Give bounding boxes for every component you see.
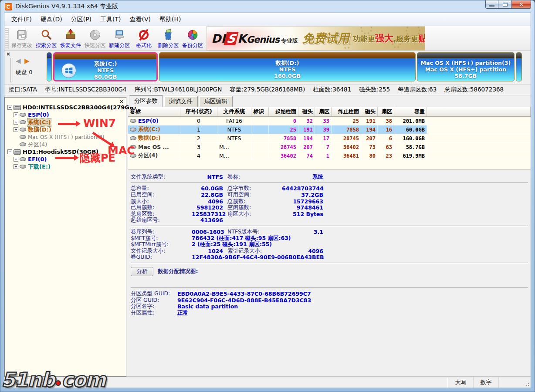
- detail-value: 15729663: [282, 198, 323, 205]
- col-start-sector[interactable]: 扇区: [315, 107, 332, 116]
- partition-icon: [130, 119, 136, 123]
- new-partition-button[interactable]: 新建分区: [107, 26, 132, 51]
- expand-icon[interactable]: −: [7, 149, 12, 154]
- maximize-button[interactable]: [498, 0, 511, 9]
- partition-icon: [20, 120, 26, 124]
- search-partition-button[interactable]: 搜索分区: [34, 26, 58, 51]
- tree-item-hd0[interactable]: − HD0:INTELSSDSC2BB300G4(279GB): [7, 104, 125, 111]
- cell: FAT16: [217, 117, 251, 125]
- cell: 194: [361, 125, 378, 134]
- format-button[interactable]: 格式化: [132, 26, 156, 51]
- save-changes-button[interactable]: 保存更改: [10, 26, 34, 51]
- cell: [251, 125, 269, 134]
- col-index-status[interactable]: 序号(状态): [180, 107, 217, 116]
- resize-grip[interactable]: [523, 377, 531, 388]
- expand-icon[interactable]: +: [14, 164, 18, 169]
- table-row-data[interactable]: 数据(D:) 2 NTFS 7858 194 17 28745 207 6 16…: [128, 134, 531, 143]
- col-start-head[interactable]: 磁头: [298, 107, 315, 116]
- disk-icon: [14, 149, 21, 155]
- expand-icon[interactable]: +: [14, 157, 18, 162]
- cell: 17: [315, 134, 332, 142]
- cell: 25: [332, 117, 361, 125]
- partition-bar: 系统(C:) NTFS 60.0GB 数据(D:) NTFS 160.0GB: [47, 52, 522, 81]
- expand-icon[interactable]: +: [14, 127, 18, 132]
- table-row-system-selected[interactable]: 系统(C:) 1 NTFS 25 191 39 7858 194 16 60.0…: [128, 125, 531, 134]
- partition-4[interactable]: [516, 52, 522, 81]
- prev-disk-icon[interactable]: ◀: [16, 57, 22, 65]
- disc-icon: [89, 29, 101, 41]
- expand-icon[interactable]: −: [7, 105, 12, 110]
- partition-icon: [20, 157, 26, 161]
- col-capacity[interactable]: 容量: [394, 107, 427, 116]
- col-end-sector[interactable]: 扇区: [378, 107, 394, 116]
- expand-icon[interactable]: +: [14, 120, 18, 125]
- cell: 207: [361, 134, 378, 142]
- partition-caption: Mac OS X (HFS+) partition(3) Mac OS X (H…: [417, 60, 514, 79]
- partition-esp[interactable]: [47, 52, 52, 81]
- menu-disk[interactable]: 硬盘(D): [36, 14, 67, 25]
- promo-banner[interactable]: DISKGenius专业版 免费试用 功能更强大,服务更贴心: [207, 26, 425, 51]
- table-empty-space: [128, 160, 531, 170]
- cell: 74: [298, 152, 315, 160]
- title-bar[interactable]: DiskGenius V4.9.1.334 x64 专业版 ✕: [0, 0, 535, 13]
- cell-filler: [427, 125, 531, 134]
- banner-promo-text: 免费试用: [302, 30, 349, 46]
- partition-caption: 系统(C:) NTFS 60.0GB: [54, 61, 156, 80]
- banner-tagline: 功能更强大,服务更贴心: [353, 32, 425, 44]
- partition-icon: [20, 113, 26, 117]
- detail-label: 分区属性:: [131, 309, 177, 317]
- partition-system-c[interactable]: 系统(C:) NTFS 60.0GB: [53, 52, 158, 81]
- partition-mac[interactable]: Mac OS X (HFS+) partition(3) Mac OS X (H…: [417, 52, 515, 81]
- cell: 2: [180, 134, 217, 142]
- menu-tools[interactable]: 工具(T): [96, 14, 125, 25]
- menu-file[interactable]: 文件(F): [7, 14, 36, 25]
- toolbar-grip[interactable]: [5, 28, 9, 49]
- recover-files-button[interactable]: 恢复文件: [58, 26, 83, 51]
- col-end-head[interactable]: 磁头: [361, 107, 378, 116]
- col-start-cylinder[interactable]: 起始柱面: [269, 107, 298, 116]
- col-flag[interactable]: 标识: [251, 107, 269, 116]
- cell: 16: [378, 125, 394, 134]
- tab-partition-params[interactable]: 分区参数: [129, 95, 163, 107]
- col-end-cylinder[interactable]: 终止柱面: [332, 107, 361, 116]
- detail-value: 22.8GB: [192, 192, 223, 198]
- quick-partition-button[interactable]: 快速分区: [83, 26, 107, 51]
- next-disk-icon[interactable]: ▶: [24, 57, 30, 65]
- table-row-esp[interactable]: ESP(0) 0 FAT16 0 32 33 25 191 38 201.0MB: [128, 117, 531, 125]
- table-row-partition4[interactable]: 分区(4) 4 M... 36402 74 1 36481 80 23 619.…: [128, 152, 531, 160]
- delete-partition-button[interactable]: 删除分区: [156, 26, 180, 51]
- detail-value: 正常: [177, 309, 188, 317]
- minimize-button[interactable]: [485, 0, 498, 9]
- cell-volume: 数据(D:): [128, 134, 180, 142]
- cell: 7858: [269, 134, 298, 142]
- menu-view[interactable]: 查看(V): [125, 14, 156, 25]
- detail-label: 卷GUID:: [131, 253, 192, 261]
- panel-grip[interactable]: [10, 58, 13, 82]
- menu-help[interactable]: 帮助(H): [155, 14, 185, 25]
- cell: 194: [298, 134, 315, 142]
- detail-value: 512 Bytes: [282, 211, 323, 217]
- tree-item-mac[interactable]: Mac OS X (HFS+) partition(3): [7, 133, 125, 141]
- backup-partition-button[interactable]: 备份分区: [180, 26, 205, 51]
- cell: 7: [315, 143, 332, 151]
- detail-value: 413696: [192, 217, 223, 223]
- tree-close-icon[interactable]: ×: [119, 98, 124, 105]
- format-icon: [138, 29, 150, 41]
- close-button[interactable]: ✕: [511, 0, 531, 9]
- col-filesystem[interactable]: 文件系统: [217, 107, 251, 116]
- partition-data-d[interactable]: 数据(D:) NTFS 160.0GB: [159, 52, 415, 81]
- status-capslock: 大写: [448, 377, 473, 388]
- disk-cylinders: 柱面数:36481: [313, 86, 351, 94]
- panel-close-icon[interactable]: ×: [6, 52, 10, 56]
- cell: 1: [315, 152, 332, 160]
- analyze-button[interactable]: 分析: [131, 267, 153, 276]
- disk-nav: × ◀ ▶ 硬盘 0: [4, 51, 47, 84]
- tab-browse-files[interactable]: 浏览文件: [164, 96, 198, 107]
- watermark-dot: [55, 380, 61, 386]
- tab-sector-edit[interactable]: 扇区编辑: [199, 96, 233, 107]
- menu-partition[interactable]: 分区(P): [67, 14, 96, 25]
- table-row-mac[interactable]: Mac OS ... 3 M... 28745 207 7 36402 73 6…: [128, 143, 531, 152]
- cell: [251, 143, 269, 151]
- expand-icon[interactable]: +: [14, 112, 18, 117]
- cell: 160.0GB: [394, 134, 427, 142]
